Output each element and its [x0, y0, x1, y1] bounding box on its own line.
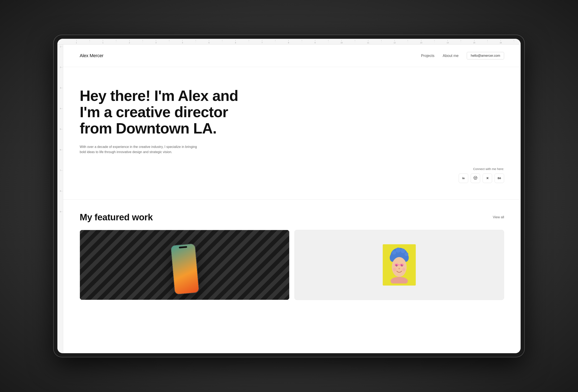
nav-links: Projects About me hello@amercer.com — [421, 52, 504, 59]
ruler-mark: · — [83, 40, 96, 44]
svg-point-5 — [396, 248, 401, 253]
ruler-mark: · — [322, 40, 335, 44]
ruler-mark: 8 — [282, 40, 295, 44]
svg-point-13 — [398, 268, 400, 269]
ruler-left: 1 2 3 4 5 6 7 8 9 — [57, 44, 63, 353]
svg-point-8 — [392, 257, 407, 277]
ruler-mark: 6 — [229, 40, 242, 44]
ruler-left-mark-2: 2 — [57, 67, 62, 88]
ruler-left-mark-9: 9 — [57, 212, 62, 232]
work-card-2[interactable] — [294, 230, 504, 300]
ruler-mark: · — [163, 40, 176, 44]
work-card-1[interactable] — [80, 230, 289, 300]
ruler-mark: 4 — [176, 40, 189, 44]
phone-screen — [171, 244, 199, 294]
ruler-mark: 2 — [123, 40, 136, 44]
ruler-mark: · — [269, 40, 282, 44]
social-section: Connect with me here: in — [459, 167, 504, 183]
svg-point-19 — [390, 277, 408, 283]
x-button[interactable]: ✕ — [483, 174, 492, 183]
ruler-mark: · — [136, 40, 149, 44]
ruler-mark: · — [189, 40, 202, 44]
ruler-mark: · — [375, 40, 388, 44]
svg-point-6 — [401, 249, 405, 253]
hero-subtitle: With over a decade of experience in the … — [80, 144, 203, 155]
ruler-mark: · — [295, 40, 308, 44]
portrait-mockup — [383, 244, 416, 286]
ruler-mark: · — [507, 40, 521, 44]
portfolio-page: Alex Mercer Projects About me hello@amer… — [63, 44, 521, 353]
dribbble-icon — [474, 176, 477, 180]
ruler-mark: · — [110, 40, 123, 44]
navigation: Alex Mercer Projects About me hello@amer… — [63, 44, 521, 67]
behance-button[interactable]: Bē — [495, 174, 504, 183]
nav-link-projects[interactable]: Projects — [421, 54, 434, 58]
ruler-mark: · — [216, 40, 229, 44]
ruler-mark: · — [454, 40, 468, 44]
ruler-mark: 14 — [441, 40, 454, 44]
ruler-mark: · — [481, 40, 494, 44]
ruler-left-mark-8: 8 — [57, 191, 62, 212]
ruler-mark: 1 — [96, 40, 109, 44]
linkedin-icon: in — [462, 176, 465, 180]
screen: 1 · 1 · 2 · 3 · 4 · 5 · 6 · 7 · 8 · 9 · — [57, 39, 521, 353]
hero-bottom-row: Connect with me here: in — [80, 167, 504, 183]
ruler-left-mark-6: 6 — [57, 150, 62, 171]
featured-title: My featured work — [80, 212, 153, 222]
svg-rect-17 — [400, 264, 404, 266]
ruler-mark: 10 — [335, 40, 348, 44]
svg-point-14 — [393, 268, 396, 271]
ruler-mark: · — [428, 40, 441, 44]
view-all-link[interactable]: View all — [493, 216, 504, 219]
ruler-mark: 5 — [202, 40, 216, 44]
x-icon: ✕ — [486, 176, 489, 180]
hero-title: Hey there! I'm Alex and I'm a creative d… — [80, 88, 249, 137]
ruler-mark: 12 — [388, 40, 401, 44]
ruler-mark: · — [348, 40, 361, 44]
connect-label: Connect with me here: — [473, 167, 504, 171]
ruler-mark: · — [242, 40, 255, 44]
svg-point-4 — [392, 251, 396, 255]
nav-logo: Alex Mercer — [80, 53, 103, 58]
social-icons: in — [459, 174, 504, 183]
ruler-mark: 1 — [70, 40, 83, 44]
nav-email-button[interactable]: hello@amercer.com — [467, 52, 504, 59]
nav-link-about[interactable]: About me — [443, 54, 458, 58]
ruler-mark: · — [401, 40, 415, 44]
work-grid — [80, 230, 504, 300]
page-content: Alex Mercer Projects About me hello@amer… — [63, 44, 521, 353]
ruler-mark: 9 — [308, 40, 322, 44]
ruler-left-mark-1: 1 — [57, 47, 62, 67]
linkedin-button[interactable]: in — [459, 174, 468, 183]
svg-point-7 — [405, 252, 408, 256]
ruler-mark: 3 — [149, 40, 162, 44]
ruler-mark: 7 — [255, 40, 269, 44]
portrait-bg — [383, 244, 416, 286]
ruler-top: 1 · 1 · 2 · 3 · 4 · 5 · 6 · 7 · 8 · 9 · — [57, 39, 521, 44]
face-svg — [387, 246, 412, 283]
ruler-left-mark-4: 4 — [57, 109, 62, 129]
ruler-left-mark-7: 7 — [57, 171, 62, 191]
featured-section: My featured work View all — [63, 200, 521, 300]
ruler-left-mark-5: 5 — [57, 129, 62, 150]
ruler-mark: 11 — [361, 40, 375, 44]
ruler-left-mark-3: 3 — [57, 88, 62, 109]
ruler-mark: 16 — [494, 40, 507, 44]
content-area: 1 2 3 4 5 6 7 8 9 Alex Mercer Projects — [57, 44, 521, 353]
behance-icon: Bē — [498, 176, 501, 180]
dribbble-button[interactable] — [471, 174, 480, 183]
svg-point-15 — [402, 268, 405, 271]
ruler-marks: 1 · 1 · 2 · 3 · 4 · 5 · 6 · 7 · 8 · 9 · — [70, 40, 521, 44]
ruler-mark: 15 — [468, 40, 481, 44]
hero-section: Hey there! I'm Alex and I'm a creative d… — [63, 67, 521, 200]
ruler-mark: 13 — [415, 40, 428, 44]
svg-rect-16 — [395, 264, 398, 266]
device-frame: 1 · 1 · 2 · 3 · 4 · 5 · 6 · 7 · 8 · 9 · — [54, 35, 524, 357]
phone-mockup — [171, 243, 199, 295]
featured-header: My featured work View all — [80, 212, 504, 222]
